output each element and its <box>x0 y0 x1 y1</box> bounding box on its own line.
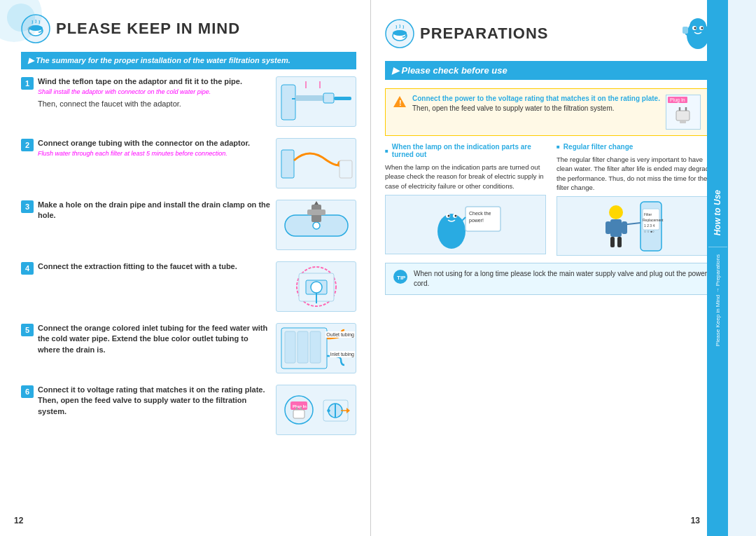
svg-rect-22 <box>298 331 308 363</box>
svg-point-66 <box>609 205 623 219</box>
col-lamp-text: When the lamp on the indication parts ar… <box>385 163 546 191</box>
step-4-text: Connect the extraction fitting to the fa… <box>38 261 270 272</box>
svg-text:Replacement: Replacement <box>643 218 664 222</box>
svg-rect-4 <box>295 95 323 101</box>
svg-rect-8 <box>281 150 294 178</box>
step-num-5: 5 <box>21 324 34 336</box>
step-1-text: Wind the teflon tape on the adaptor and … <box>38 76 270 87</box>
left-header: PLEASE KEEP IN MIND <box>21 14 356 43</box>
svg-text:TIP: TIP <box>397 275 406 281</box>
step-4: 4 Connect the extraction fitting to the … <box>21 261 356 312</box>
plug-in-image: Plug In <box>666 95 701 130</box>
step-5-text: Connect the orange colored inlet tubing … <box>38 323 270 355</box>
svg-text:○ ○ ●○: ○ ○ ●○ <box>644 229 654 233</box>
col-lamp-image: Check the power! <box>385 195 546 254</box>
page-container: PLEASE KEEP IN MIND ▶ The summary for th… <box>0 0 756 536</box>
step-num-4: 4 <box>21 262 34 275</box>
step-3: 3 Make a hole on the drain pipe and inst… <box>21 200 356 250</box>
step-2-info: Connect orange tubing with the connector… <box>38 138 270 158</box>
svg-rect-70 <box>610 237 615 247</box>
step-2-image <box>276 138 356 188</box>
step-2-note: Flush water through each filter at least… <box>38 150 270 158</box>
svg-point-43 <box>701 27 704 29</box>
svg-text:!: ! <box>399 99 402 107</box>
steps-container: 1 Wind the teflon tape on the adaptor an… <box>21 76 356 441</box>
side-tab-italic: How to Use <box>713 190 722 235</box>
page-num-right: 13 <box>691 516 700 525</box>
step-3-image <box>276 200 356 250</box>
warning-box: ! Connect the power to the voltage ratin… <box>385 88 718 136</box>
svg-rect-47 <box>676 111 690 121</box>
step-4-info: Connect the extraction fitting to the fa… <box>38 261 270 272</box>
warning-title: Connect the power to the voltage rating … <box>412 95 660 102</box>
svg-rect-67 <box>610 219 622 237</box>
right-page: PREPARATIONS <box>371 0 728 536</box>
warning-body: Then, open the feed valve to supply wate… <box>412 104 660 112</box>
col-filter: Regular filter change The regular filter… <box>556 143 718 256</box>
step-1-subtext: Then, connect the faucet with the adapto… <box>38 99 270 109</box>
svg-rect-10 <box>340 160 352 178</box>
svg-rect-21 <box>285 331 295 363</box>
svg-rect-44 <box>682 27 688 34</box>
svg-point-56 <box>455 215 457 217</box>
side-tab-text: Please Keep in Mind → Preparations <box>715 254 721 346</box>
cup-icon-right <box>385 19 414 48</box>
step-3-info: Make a hole on the drain pipe and instal… <box>38 200 270 221</box>
svg-point-37 <box>393 30 407 36</box>
step-5: 5 Connect the orange colored inlet tubin… <box>21 323 356 373</box>
step-6-info: Connect it to voltage rating that matche… <box>38 385 270 417</box>
step-num-3: 3 <box>21 200 34 213</box>
plug-in-badge: Plug In <box>668 97 687 103</box>
tip-text: When not using for a long time please lo… <box>414 269 710 289</box>
left-page: PLEASE KEEP IN MIND ▶ The summary for th… <box>0 0 371 536</box>
svg-rect-3 <box>281 85 295 120</box>
svg-rect-5 <box>323 93 334 103</box>
page-num-left: 12 <box>14 516 23 525</box>
svg-point-55 <box>448 215 450 217</box>
step-6-text: Connect it to voltage rating that matche… <box>38 385 270 417</box>
right-page-title: PREPARATIONS <box>420 25 549 43</box>
col-lamp: When the lamp on the indication parts ar… <box>385 143 546 256</box>
outlet-label: Outlet tubing <box>326 331 355 338</box>
svg-rect-23 <box>310 331 321 363</box>
svg-point-18 <box>311 282 322 293</box>
svg-text:Filter: Filter <box>644 212 652 217</box>
step-2: 2 Connect orange tubing with the connect… <box>21 138 356 188</box>
right-header: PREPARATIONS <box>385 19 679 48</box>
left-banner: ▶ The summary for the proper installatio… <box>21 52 356 69</box>
step-6-image: Plug In <box>276 385 356 435</box>
step-1: 1 Wind the teflon tape on the adaptor an… <box>21 76 356 127</box>
step-2-text: Connect orange tubing with the connector… <box>38 138 270 149</box>
right-header-row: PREPARATIONS <box>385 14 718 53</box>
step-1-info: Wind the teflon tape on the adaptor and … <box>38 76 270 109</box>
step-6-image-container: Plug In <box>276 385 356 435</box>
step-4-image <box>276 261 356 312</box>
svg-text:1 2 3 4: 1 2 3 4 <box>644 224 655 228</box>
svg-point-51 <box>438 214 465 249</box>
warning-icon: ! <box>393 95 407 110</box>
step-5-image: Outlet Inlet <box>276 323 356 373</box>
step-6: 6 Connect it to voltage rating that matc… <box>21 385 356 435</box>
col-filter-text: The regular filter change is very import… <box>556 155 718 192</box>
svg-point-42 <box>694 27 696 29</box>
step-1-image <box>276 76 356 127</box>
svg-rect-14 <box>307 209 326 215</box>
tip-box: TIP When not using for a long time pleas… <box>385 263 718 295</box>
col-lamp-title: When the lamp on the indication parts ar… <box>385 143 546 158</box>
svg-text:Check the: Check the <box>469 211 491 216</box>
step-num-1: 1 <box>21 77 34 90</box>
col-filter-image: Filter Replacement 1 2 3 4 ○ ○ ●○ <box>556 196 718 256</box>
left-page-title: PLEASE KEEP IN MIND <box>56 20 240 38</box>
svg-text:power!: power! <box>469 218 484 224</box>
svg-rect-69 <box>622 221 627 234</box>
svg-text:Plug In: Plug In <box>293 404 307 408</box>
right-banner: ▶ Please check before use <box>385 61 718 80</box>
svg-point-12 <box>313 222 320 229</box>
step-5-image-container: Outlet Inlet Outlet tubing Inlet tubing <box>276 323 356 373</box>
step-num-2: 2 <box>21 139 34 151</box>
svg-point-39 <box>690 18 706 35</box>
step-5-info: Connect the orange colored inlet tubing … <box>38 323 270 355</box>
svg-rect-71 <box>617 237 622 247</box>
step-1-note: Shall install the adaptor with connector… <box>38 88 270 97</box>
step-num-6: 6 <box>21 385 34 398</box>
